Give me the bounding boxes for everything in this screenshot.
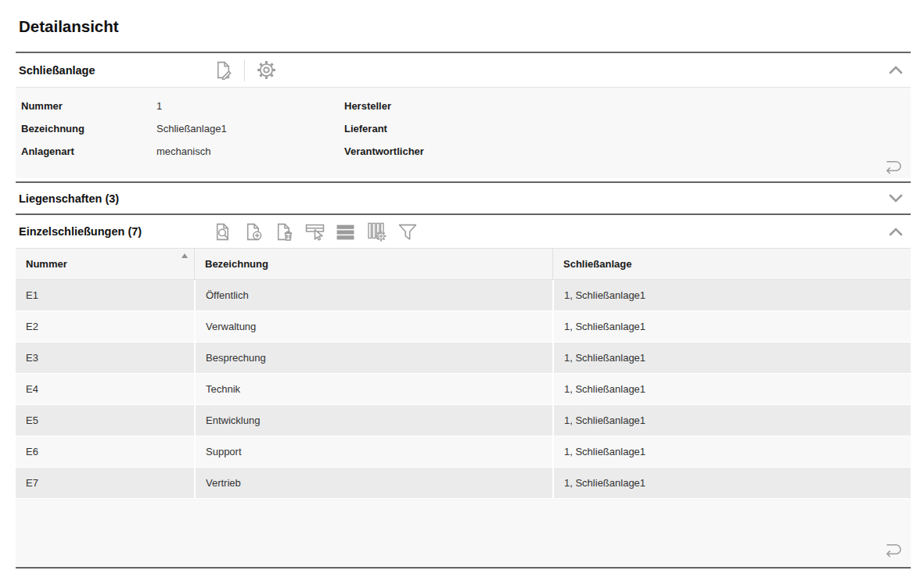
column-header-label: Nummer (26, 258, 67, 270)
field-value-hersteller (488, 95, 911, 117)
schliessanlage-title: Schließanlage (19, 64, 201, 77)
cell-bezeichnung: Öffentlich (194, 280, 552, 311)
liegenschaften-title: Liegenschaften (3) (19, 192, 201, 205)
chevron-up-icon (889, 228, 903, 236)
einzelschliessungen-header: Einzelschließungen (7) (16, 215, 911, 248)
cell-bezeichnung: Vertrieb (194, 468, 552, 499)
liegenschaften-collapse-button[interactable] (886, 194, 906, 203)
field-value-anlagenart: mechanisch (156, 140, 344, 163)
cell-nummer: E7 (16, 468, 194, 499)
view-record-button[interactable] (214, 222, 233, 242)
column-header-nummer[interactable]: Nummer (16, 249, 194, 280)
field-value-bezeichnung: Schließanlage1 (156, 117, 344, 140)
einzelschliessungen-toolbar (214, 221, 418, 242)
column-settings-button[interactable] (366, 221, 386, 242)
document-search-icon (214, 222, 233, 242)
einzelschliessungen-return-button[interactable] (882, 541, 903, 558)
field-label-hersteller: Hersteller (344, 95, 488, 117)
chevron-down-icon (889, 194, 903, 203)
einzelschliessungen-title: Einzelschließungen (7) (19, 225, 201, 238)
filter-icon (397, 222, 418, 242)
cell-schliessanlage: 1, Schließanlage1 (552, 468, 911, 499)
page-title: Detailansicht (16, 0, 911, 52)
cell-schliessanlage: 1, Schließanlage1 (552, 343, 911, 374)
einzelschliessungen-table: Nummer Bezeichnung Schließanlage E1 Öffe… (16, 248, 911, 499)
cell-schliessanlage: 1, Schließanlage1 (552, 280, 911, 311)
add-record-button[interactable] (244, 222, 264, 242)
field-value-nummer: 1 (156, 95, 344, 117)
sort-ascending-icon (182, 253, 188, 258)
cell-schliessanlage: 1, Schließanlage1 (552, 374, 911, 405)
row-select-icon (305, 222, 325, 242)
cell-schliessanlage: 1, Schließanlage1 (552, 311, 911, 343)
table-header-row: Nummer Bezeichnung Schließanlage (16, 249, 911, 280)
cell-nummer: E5 (16, 405, 194, 436)
einzelschliessungen-collapse-button[interactable] (886, 228, 906, 236)
field-label-lieferant: Lieferant (344, 117, 488, 140)
field-label-nummer: Nummer (21, 95, 156, 117)
cell-bezeichnung: Entwicklung (194, 405, 552, 436)
column-header-bezeichnung[interactable]: Bezeichnung (194, 249, 552, 280)
spacer (16, 569, 911, 572)
select-row-button[interactable] (305, 222, 325, 242)
cell-bezeichnung: Support (194, 436, 552, 468)
toolbar-divider (244, 59, 245, 81)
delete-record-button[interactable] (275, 222, 294, 242)
column-header-label: Bezeichnung (205, 258, 268, 270)
field-value-verantwortlicher (488, 140, 911, 163)
cell-bezeichnung: Besprechung (194, 343, 552, 374)
column-header-schliessanlage[interactable]: Schließanlage (552, 249, 911, 280)
cell-bezeichnung: Technik (194, 374, 552, 405)
schliessanlage-collapse-button[interactable] (886, 66, 906, 74)
table-row[interactable]: E7 Vertrieb 1, Schließanlage1 (16, 468, 911, 499)
cell-nummer: E1 (16, 280, 194, 311)
cell-schliessanlage: 1, Schließanlage1 (552, 405, 911, 436)
field-label-verantwortlicher: Verantwortlicher (344, 140, 488, 163)
column-settings-icon (366, 221, 386, 242)
schliessanlage-panel: Nummer 1 Hersteller Bezeichnung Schließa… (16, 87, 911, 178)
filter-button[interactable] (397, 222, 418, 242)
rows-view-button[interactable] (336, 222, 355, 242)
edit-button[interactable] (214, 60, 233, 80)
schliessanlage-fields: Nummer 1 Hersteller Bezeichnung Schließa… (21, 95, 911, 163)
einzelschliessungen-footer (16, 499, 911, 567)
chevron-up-icon (889, 66, 903, 74)
rows-icon (336, 222, 355, 242)
cell-nummer: E4 (16, 374, 194, 405)
settings-button[interactable] (256, 59, 277, 81)
table-row[interactable]: E6 Support 1, Schließanlage1 (16, 436, 911, 468)
schliessanlage-toolbar (214, 59, 277, 81)
gear-icon (256, 59, 277, 81)
schliessanlage-header: Schließanlage (16, 53, 911, 87)
cell-nummer: E6 (16, 436, 194, 468)
return-arrow-icon (882, 541, 903, 558)
document-delete-icon (275, 222, 294, 242)
cell-nummer: E2 (16, 311, 194, 343)
cell-bezeichnung: Verwaltung (194, 311, 552, 343)
field-label-anlagenart: Anlagenart (21, 140, 156, 163)
table-row[interactable]: E4 Technik 1, Schließanlage1 (16, 374, 911, 405)
schliessanlage-return-button[interactable] (882, 158, 903, 174)
detail-view: Detailansicht Schließanlage (16, 0, 911, 572)
document-edit-icon (214, 60, 233, 80)
table-row[interactable]: E1 Öffentlich 1, Schließanlage1 (16, 280, 911, 311)
return-arrow-icon (882, 158, 903, 174)
table-row[interactable]: E5 Entwicklung 1, Schließanlage1 (16, 405, 911, 436)
document-add-icon (244, 222, 264, 242)
table-row[interactable]: E2 Verwaltung 1, Schließanlage1 (16, 311, 911, 343)
column-header-label: Schließanlage (563, 258, 631, 270)
field-label-bezeichnung: Bezeichnung (21, 117, 156, 140)
table-row[interactable]: E3 Besprechung 1, Schließanlage1 (16, 343, 911, 374)
cell-schliessanlage: 1, Schließanlage1 (552, 436, 911, 468)
liegenschaften-header: Liegenschaften (3) (16, 183, 911, 213)
field-value-lieferant (488, 117, 911, 140)
cell-nummer: E3 (16, 343, 194, 374)
